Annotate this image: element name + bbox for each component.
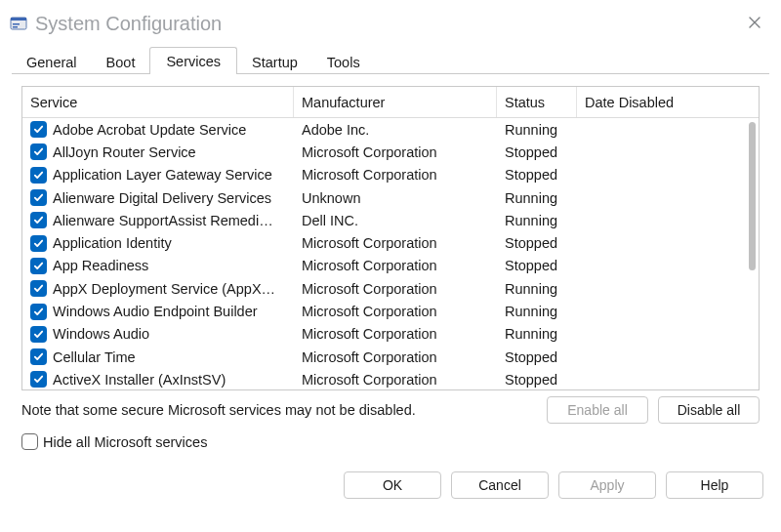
service-status: Stopped — [497, 258, 577, 273]
service-name: Application Layer Gateway Service — [53, 167, 272, 183]
service-checkbox[interactable] — [30, 258, 47, 274]
service-checkbox[interactable] — [30, 371, 47, 388]
service-name: Cellular Time — [53, 349, 136, 365]
service-row[interactable]: Application IdentityMicrosoft Corporatio… — [22, 231, 759, 254]
service-name: App Readiness — [53, 258, 148, 273]
close-icon[interactable] — [738, 12, 771, 36]
service-status: Stopped — [497, 144, 577, 160]
service-name: Alienware SupportAssist Remedi… — [53, 213, 273, 228]
service-checkbox[interactable] — [30, 326, 47, 343]
svg-rect-2 — [13, 23, 20, 25]
service-name: Alienware Digital Delivery Services — [53, 190, 271, 206]
service-status: Running — [497, 304, 577, 319]
listview-body: Adobe Acrobat Update ServiceAdobe Inc.Ru… — [22, 118, 759, 389]
service-manufacturer: Microsoft Corporation — [294, 372, 497, 388]
column-header-status[interactable]: Status — [497, 87, 577, 117]
service-status: Stopped — [497, 349, 577, 365]
tab-startup[interactable]: Startup — [237, 49, 312, 74]
help-button[interactable]: Help — [666, 471, 763, 499]
tab-services[interactable]: Services — [149, 47, 237, 74]
service-manufacturer: Unknown — [294, 190, 497, 206]
column-header-manufacturer[interactable]: Manufacturer — [294, 87, 497, 117]
svg-rect-1 — [11, 18, 26, 20]
service-name: Application Identity — [53, 235, 172, 251]
service-manufacturer: Microsoft Corporation — [294, 167, 497, 183]
service-checkbox[interactable] — [30, 143, 47, 160]
service-row[interactable]: App ReadinessMicrosoft CorporationStoppe… — [22, 255, 759, 277]
listview-header: Service Manufacturer Status Date Disable… — [22, 87, 759, 118]
service-row[interactable]: Alienware Digital Delivery ServicesUnkno… — [22, 186, 759, 209]
service-checkbox[interactable] — [30, 235, 47, 252]
ok-button[interactable]: OK — [344, 471, 441, 499]
service-checkbox[interactable] — [30, 167, 47, 184]
service-row[interactable]: AllJoyn Router ServiceMicrosoft Corporat… — [22, 141, 759, 163]
service-checkbox[interactable] — [30, 212, 47, 228]
title-bar: System Configuration — [0, 0, 781, 45]
disable-all-button[interactable]: Disable all — [658, 396, 760, 424]
service-manufacturer: Microsoft Corporation — [294, 326, 497, 342]
dialog-footer: OK Cancel Apply Help — [0, 458, 781, 499]
service-status: Running — [497, 281, 577, 297]
service-name: Windows Audio Endpoint Builder — [53, 304, 258, 319]
service-manufacturer: Adobe Inc. — [294, 122, 497, 138]
service-manufacturer: Microsoft Corporation — [294, 281, 497, 297]
column-header-service[interactable]: Service — [22, 87, 294, 117]
tab-general[interactable]: General — [12, 49, 92, 74]
service-row[interactable]: AppX Deployment Service (AppX…Microsoft … — [22, 277, 759, 300]
service-row[interactable]: Cellular TimeMicrosoft CorporationStoppe… — [22, 346, 759, 368]
service-status: Stopped — [497, 235, 577, 251]
hide-ms-services-label[interactable]: Hide all Microsoft services — [43, 434, 207, 450]
service-manufacturer: Microsoft Corporation — [294, 235, 497, 251]
tab-strip: GeneralBootServicesStartupTools — [0, 45, 781, 74]
service-status: Running — [497, 326, 577, 342]
service-row[interactable]: Windows Audio Endpoint BuilderMicrosoft … — [22, 300, 759, 322]
enable-all-button[interactable]: Enable all — [547, 396, 648, 424]
service-status: Running — [497, 190, 577, 206]
service-manufacturer: Microsoft Corporation — [294, 349, 497, 365]
tab-tools[interactable]: Tools — [312, 49, 375, 74]
service-checkbox[interactable] — [30, 280, 47, 297]
column-header-date-disabled[interactable]: Date Disabled — [577, 87, 759, 117]
window-title: System Configuration — [35, 13, 738, 35]
service-row[interactable]: Adobe Acrobat Update ServiceAdobe Inc.Ru… — [22, 118, 759, 141]
service-checkbox[interactable] — [30, 304, 47, 320]
service-status: Running — [497, 122, 577, 138]
msconfig-icon — [10, 15, 27, 32]
secure-services-note: Note that some secure Microsoft services… — [21, 402, 537, 418]
service-name: ActiveX Installer (AxInstSV) — [53, 372, 226, 388]
tab-boot[interactable]: Boot — [92, 49, 150, 74]
service-row[interactable]: Alienware SupportAssist Remedi…Dell INC.… — [22, 209, 759, 231]
service-checkbox[interactable] — [30, 348, 47, 365]
service-checkbox[interactable] — [30, 189, 47, 206]
hide-ms-services-checkbox[interactable] — [21, 433, 38, 450]
tab-body-services: Service Manufacturer Status Date Disable… — [12, 74, 769, 458]
service-status: Stopped — [497, 167, 577, 183]
service-manufacturer: Dell INC. — [294, 213, 497, 228]
cancel-button[interactable]: Cancel — [451, 471, 549, 499]
service-status: Running — [497, 213, 577, 228]
service-manufacturer: Microsoft Corporation — [294, 258, 497, 273]
scrollbar-thumb[interactable] — [749, 122, 756, 270]
service-row[interactable]: Windows AudioMicrosoft CorporationRunnin… — [22, 323, 759, 346]
service-checkbox[interactable] — [30, 121, 47, 138]
service-name: AllJoyn Router Service — [53, 144, 196, 160]
services-listview: Service Manufacturer Status Date Disable… — [21, 86, 760, 390]
service-name: AppX Deployment Service (AppX… — [53, 281, 275, 297]
service-manufacturer: Microsoft Corporation — [294, 304, 497, 319]
service-status: Stopped — [497, 372, 577, 388]
service-row[interactable]: ActiveX Installer (AxInstSV)Microsoft Co… — [22, 368, 759, 389]
service-name: Windows Audio — [53, 326, 149, 342]
service-manufacturer: Microsoft Corporation — [294, 144, 497, 160]
service-row[interactable]: Application Layer Gateway ServiceMicroso… — [22, 164, 759, 186]
apply-button[interactable]: Apply — [558, 471, 656, 499]
service-name: Adobe Acrobat Update Service — [53, 122, 246, 138]
svg-rect-3 — [13, 26, 18, 28]
